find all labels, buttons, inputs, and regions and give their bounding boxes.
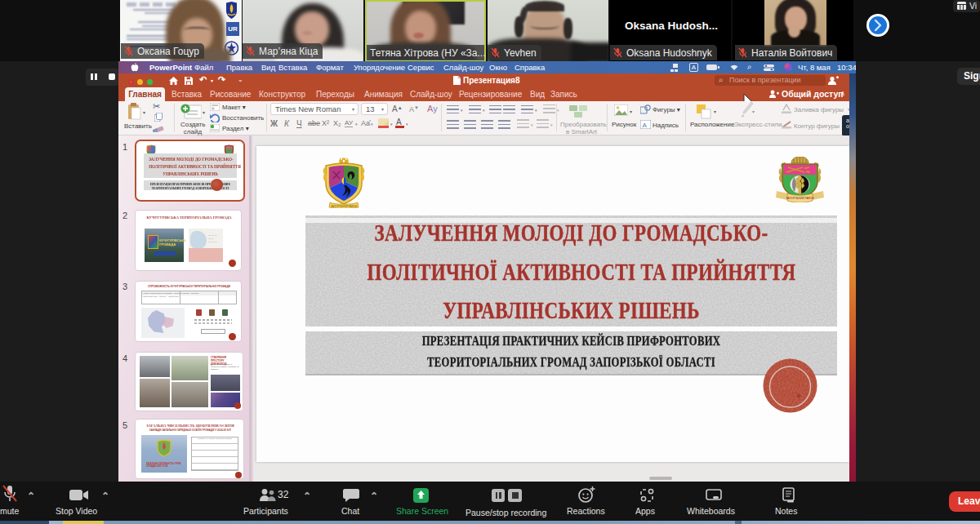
svg-text:A: A	[643, 122, 648, 129]
svg-text:ЗАПОРІЗЬКИЙ РАЙОН: ЗАПОРІЗЬКИЙ РАЙОН	[331, 205, 357, 208]
svg-text:ЗАПОРІЗЬКИЙ РАЙОН: ЗАПОРІЗЬКИЙ РАЙОН	[786, 197, 814, 200]
